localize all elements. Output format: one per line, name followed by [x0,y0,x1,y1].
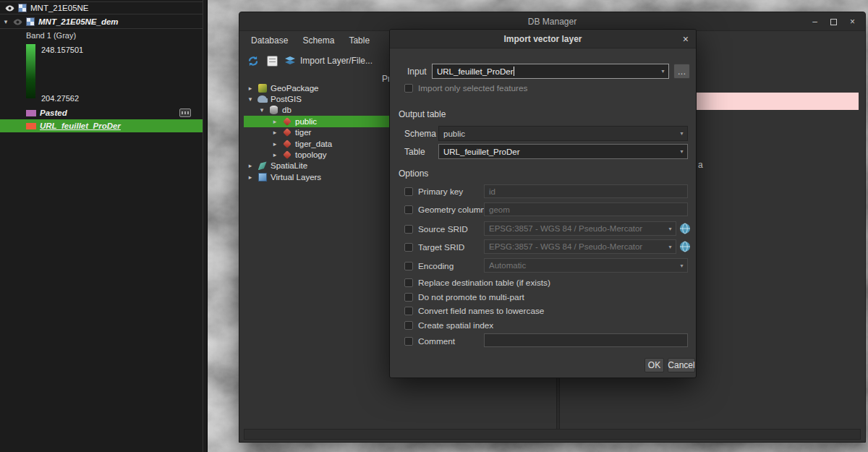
spatial-index-checkbox[interactable] [404,321,413,330]
source-srid-select-button[interactable] [678,222,691,234]
close-button[interactable]: × [850,17,855,26]
replace-table-checkbox[interactable] [404,278,413,287]
cancel-button[interactable]: Cancel [668,358,695,372]
target-srid-select-button[interactable] [678,240,691,252]
lowercase-label: Convert field names to lowercase [418,306,544,316]
expander-collapsed-icon[interactable]: ▸ [247,85,254,92]
eye-hidden-icon[interactable] [13,19,22,25]
layer-label[interactable]: Pasted [40,108,67,117]
expander-collapsed-icon[interactable]: ▸ [247,174,254,181]
lowercase-row: Convert field names to lowercase [404,306,544,316]
expander-collapsed-icon[interactable]: ▸ [247,162,254,169]
encoding-combobox: Automatic ▾ [484,258,688,273]
tree-item-label[interactable]: PostGIS [271,95,302,103]
output-table-heading: Output table [399,109,446,119]
table-label: Table [404,147,425,157]
geometry-column-checkbox[interactable] [404,205,413,214]
input-combobox[interactable]: URL_feuillet_ProDer ▾ [432,64,669,79]
multipart-checkbox[interactable] [404,293,413,302]
options-heading: Options [399,169,428,179]
schema-icon [283,128,292,137]
layer-row-mnt-dem[interactable]: ▾ MNT_21E05NE_dem [0,15,203,29]
chevron-down-icon[interactable]: ▾ [676,130,687,137]
tree-item-label[interactable]: GeoPackage [271,84,319,93]
layer-row-url-feuillet[interactable]: URL_feuillet_ProDer [0,119,203,132]
layers-panel-edge [203,0,203,452]
comment-checkbox[interactable] [404,337,413,346]
ok-button[interactable]: OK [644,358,664,372]
color-ramp [26,44,35,98]
comment-field [484,333,688,347]
chevron-down-icon: ▾ [665,244,676,250]
memory-layer-indicator-icon[interactable] [179,108,191,117]
expander-collapsed-icon[interactable]: ▸ [271,151,278,158]
chevron-down-icon[interactable]: ▾ [676,148,687,155]
refresh-icon[interactable] [247,55,260,67]
source-srid-checkbox[interactable] [404,225,413,234]
import-vector-layer-dialog: Import vector layer × Input URL_feuillet… [389,29,697,378]
layer-label[interactable]: URL_feuillet_ProDer [40,121,121,130]
globe-icon [679,223,691,234]
globe-icon [679,241,691,252]
chevron-down-icon: ▾ [676,263,687,269]
table-combobox[interactable]: URL_feuillet_ProDer ▾ [438,144,688,159]
replace-table-row: Replace destination table (if exists) [404,278,550,288]
menu-table[interactable]: Table [341,35,377,46]
expander-collapsed-icon[interactable]: ▸ [271,118,278,125]
spatial-index-label: Create spatial index [418,320,493,331]
spatialite-icon [258,161,267,170]
dialog-close-icon[interactable]: × [683,30,689,48]
layer-row-pasted[interactable]: Pasted [0,106,203,119]
layers-panel: MNT_21E05NE ▾ MNT_21E05NE_dem Band 1 (Gr… [0,0,208,452]
schema-icon [283,140,292,148]
source-srid-label: Source SRID [418,224,468,234]
import-layer-button[interactable]: Import Layer/File... [285,56,373,66]
tree-item-label[interactable]: tiger [295,128,311,137]
chevron-down-icon[interactable]: ▾ [658,68,668,74]
browse-button[interactable]: … [673,64,690,79]
tree-item-label[interactable]: SpatiaLite [271,161,307,170]
virtual-layers-icon [258,173,267,182]
tree-item-label[interactable]: topology [295,150,326,159]
target-srid-checkbox[interactable] [404,243,413,252]
schema-combobox[interactable]: public ▾ [438,126,688,141]
tree-item-label[interactable]: public [295,117,317,126]
raster-layer-icon [26,17,35,26]
primary-key-checkbox[interactable] [404,187,413,196]
expander-expanded-icon[interactable]: ▾ [258,106,265,114]
expander-expanded-icon[interactable]: ▾ [2,18,9,25]
import-selected-checkbox[interactable] [404,84,413,93]
tree-item-label[interactable]: Virtual Layers [271,173,321,182]
layer-label[interactable]: MNT_21E05NE [30,4,89,12]
schema-icon [283,117,292,126]
text-cursor [514,67,514,76]
qgis-desktop: MNT_21E05NE ▾ MNT_21E05NE_dem Band 1 (Gr… [0,0,868,452]
sql-window-icon[interactable] [267,56,278,67]
expander-expanded-icon[interactable]: ▾ [247,95,254,103]
tree-item-label[interactable]: db [282,106,292,114]
primary-key-field: id [484,184,688,198]
target-srid-value: EPSG:3857 - WGS 84 / Pseudo-Mercator [489,242,642,251]
lowercase-checkbox[interactable] [404,307,413,315]
maximize-button[interactable] [830,19,837,25]
tree-item-label[interactable]: tiger_data [295,140,332,148]
bottom-scroll-track[interactable] [244,429,861,440]
geometry-column-field: geom [484,202,688,216]
multipart-label: Do not promote to multi-part [418,292,524,302]
menu-schema[interactable]: Schema [295,35,341,46]
schema-label: Schema [404,129,436,139]
dialog-titlebar[interactable]: Import vector layer [390,30,696,48]
encoding-value: Automatic [489,261,526,270]
expander-collapsed-icon[interactable]: ▸ [271,129,278,136]
import-selected-row: Import only selected features [404,83,527,93]
menu-database[interactable]: Database [244,35,295,46]
minimize-button[interactable]: – [812,17,817,26]
encoding-checkbox[interactable] [404,262,413,270]
eye-visible-icon[interactable] [5,5,14,12]
source-srid-combobox: EPSG:3857 - WGS 84 / Pseudo-Mercator ▾ [484,221,676,236]
polygon-swatch [26,110,36,116]
source-srid-value: EPSG:3857 - WGS 84 / Pseudo-Mercator [489,224,642,233]
layer-label[interactable]: MNT_21E05NE_dem [38,17,119,26]
layer-row-mnt[interactable]: MNT_21E05NE [0,1,203,14]
expander-collapsed-icon[interactable]: ▸ [271,140,278,148]
